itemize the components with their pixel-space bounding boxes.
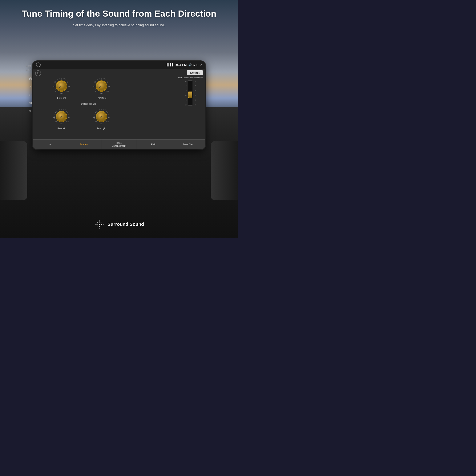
car-left-vent <box>0 141 27 200</box>
tab-eq[interactable]: ⚙ <box>33 139 67 149</box>
headline-subtitle: Set time delays by listening to achieve … <box>21 23 217 28</box>
volume-up-icon[interactable]: ◁+ <box>28 101 33 105</box>
front-left-label: Front left <box>57 97 66 99</box>
tab-surround[interactable]: Surround <box>67 139 102 149</box>
slider-scale-right: 10 5 0 -5 -5 -10 <box>194 80 196 106</box>
svg-line-35 <box>99 79 100 79</box>
svg-point-118 <box>103 224 104 225</box>
status-right: ▌▌▌▌ 5:11 PM 🔊 5 □ ◁ <box>167 63 202 67</box>
svg-line-8 <box>59 79 60 79</box>
knobs-grid: 20 10 0 ms 100 90 80 70 <box>41 77 121 138</box>
svg-text:80: 80 <box>67 81 68 83</box>
svg-line-4 <box>54 84 55 84</box>
tab-bass-enhancement[interactable]: Bass Enhancement <box>102 139 136 149</box>
back-icon[interactable]: ↩ <box>28 93 33 97</box>
svg-text:10: 10 <box>93 86 95 87</box>
knob-rear-right-svg[interactable]: 20 10 0 ms 100 90 80 70 <box>92 107 111 126</box>
svg-text:90: 90 <box>68 86 70 87</box>
svg-point-114 <box>101 226 102 226</box>
knob-rear-right: 20 10 0 ms 100 90 80 70 <box>82 107 121 138</box>
home-icon[interactable]: △ <box>28 85 33 89</box>
svg-text:10: 10 <box>93 116 95 118</box>
svg-line-54 <box>56 121 57 122</box>
car-right-vent <box>211 141 238 200</box>
svg-text:ms: ms <box>100 93 102 94</box>
svg-text:20: 20 <box>54 81 56 83</box>
logo-text: Surround Sound <box>107 221 144 227</box>
front-right-label: Front right <box>97 97 106 99</box>
svg-point-110 <box>101 224 102 225</box>
svg-line-64 <box>63 109 64 110</box>
tab-bass-filter[interactable]: Bass filter <box>171 139 205 149</box>
slider-thumb[interactable] <box>188 92 192 98</box>
svg-line-91 <box>103 109 103 110</box>
footer-logo: Surround Sound <box>0 219 238 230</box>
volume-level: 5 <box>193 63 195 67</box>
surround-space-label: Surround space <box>81 102 96 105</box>
svg-line-7 <box>58 79 58 80</box>
logo-icon-svg <box>94 219 104 230</box>
window-icon: □ <box>197 63 198 67</box>
svg-point-116 <box>97 222 98 223</box>
svg-point-119 <box>99 228 100 229</box>
power-icon[interactable]: ⏻ <box>28 77 33 81</box>
svg-text:90: 90 <box>68 116 70 118</box>
knob-rear-left-svg[interactable]: 20 10 0 ms 100 90 80 70 <box>52 107 71 126</box>
audio-panel: ⏻ Default <box>33 68 205 149</box>
svg-text:0: 0 <box>55 121 56 122</box>
rear-speaker-area: Rear Speaker Surround Level 10 5 0 -5 -5… <box>178 77 203 106</box>
svg-text:10: 10 <box>53 86 55 87</box>
svg-text:20: 20 <box>54 112 56 113</box>
svg-line-31 <box>94 84 95 84</box>
svg-text:0: 0 <box>95 90 96 92</box>
rear-left-label: Rear left <box>57 127 66 130</box>
rst-label: RST <box>26 69 31 71</box>
bezel-side-icons: ⏻ △ ↩ ◁+ ◁− <box>28 77 33 113</box>
knob-front-left: 20 10 0 ms 100 90 80 70 <box>41 77 82 107</box>
svg-text:100: 100 <box>66 121 69 122</box>
default-button[interactable]: Default <box>187 70 203 75</box>
knob-front-right-svg[interactable]: 20 10 0 ms 100 90 80 70 <box>92 77 111 96</box>
svg-point-112 <box>96 224 97 225</box>
svg-text:90: 90 <box>108 116 110 118</box>
svg-point-120 <box>95 224 96 225</box>
panel-controls: ⏻ Default <box>33 68 205 139</box>
svg-text:ms: ms <box>60 93 63 94</box>
svg-line-83 <box>94 119 95 119</box>
volume-icon: 🔊 <box>188 63 192 67</box>
svg-point-111 <box>99 226 100 227</box>
svg-point-117 <box>99 220 100 221</box>
svg-line-14 <box>68 84 69 84</box>
headline-title: Tune Timing of the Sound from Each Direc… <box>21 8 217 19</box>
svg-text:80: 80 <box>67 112 68 113</box>
svg-text:100: 100 <box>106 90 109 92</box>
svg-line-0 <box>56 91 57 92</box>
knob-front-left-svg[interactable]: 20 10 0 ms 100 90 80 70 <box>52 77 71 96</box>
svg-point-113 <box>101 222 102 223</box>
eq-icon: ⚙ <box>49 143 51 146</box>
status-bar: ▌▌▌▌ 5:11 PM 🔊 5 □ ◁ <box>33 61 205 68</box>
knob-rear-left: 20 10 0 ms 100 90 80 70 <box>41 107 82 138</box>
nav-icon: ◁ <box>200 63 202 67</box>
svg-text:70: 70 <box>64 109 66 110</box>
svg-text:10: 10 <box>53 116 55 118</box>
svg-line-61 <box>58 110 58 110</box>
svg-point-115 <box>97 226 98 226</box>
svg-text:0: 0 <box>95 121 96 122</box>
power-button[interactable]: ⏻ <box>35 70 41 76</box>
svg-line-55 <box>55 120 55 120</box>
svg-text:90: 90 <box>108 86 110 87</box>
svg-line-1 <box>55 90 55 90</box>
rear-speaker-slider[interactable] <box>188 80 193 106</box>
svg-line-62 <box>59 109 60 110</box>
signal-icon: ▌▌▌▌ <box>167 63 174 66</box>
volume-down-icon[interactable]: ◁− <box>28 109 33 113</box>
svg-text:ms: ms <box>60 123 63 125</box>
svg-line-88 <box>98 110 98 110</box>
svg-line-34 <box>98 79 98 80</box>
svg-line-27 <box>96 91 97 92</box>
svg-text:80: 80 <box>107 81 108 83</box>
tab-field[interactable]: Field <box>136 139 171 149</box>
slider-scale-left: 10 5 0 -5 -5 -10 <box>184 80 187 106</box>
svg-line-82 <box>95 120 95 120</box>
